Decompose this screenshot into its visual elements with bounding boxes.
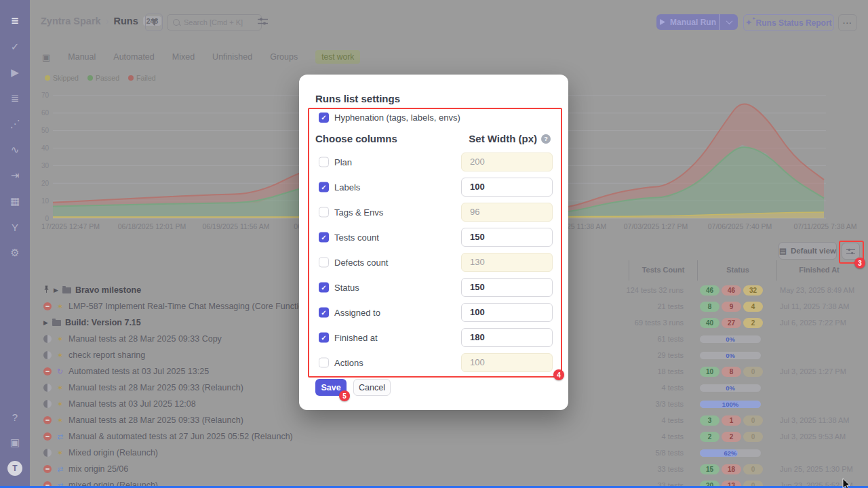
defects-count-width-input[interactable] [461, 253, 553, 272]
steps-icon[interactable]: ⋰ [0, 111, 30, 137]
status-cell: 310 [700, 412, 763, 428]
runs-status-report-button[interactable]: ✦+ Runs Status Report [743, 14, 834, 31]
chevron-right-icon[interactable]: ▶ [43, 319, 48, 326]
table-row[interactable]: ✶Manual tests at 28 Mar 2025 09:33 (Rela… [0, 412, 868, 428]
run-name[interactable]: Manual tests at 28 Mar 2025 09:33 (Relau… [68, 415, 243, 425]
defects-count-checkbox[interactable] [319, 257, 329, 267]
avatar-icon[interactable]: T [0, 455, 30, 481]
plan-checkbox[interactable] [319, 157, 329, 167]
active-tag-chip[interactable]: test work [315, 50, 360, 64]
header-status[interactable]: Status [726, 266, 749, 274]
chevron-right-icon[interactable]: ▶ [54, 287, 58, 293]
hyphenation-row[interactable]: ✓ Hyphenation (tags, labels, envs) [319, 113, 460, 123]
branch-icon[interactable]: Y [0, 214, 30, 240]
tab-automated[interactable]: Automated [113, 52, 154, 62]
search-settings-button[interactable] [258, 16, 268, 28]
finished-at-width-input[interactable] [461, 328, 553, 347]
tests-check-icon[interactable]: ✓ [0, 34, 30, 60]
run-name[interactable]: LMP-587 Implement Real-Time Chat Messagi… [68, 302, 313, 311]
run-name[interactable]: mix origin 25/06 [68, 464, 128, 474]
tests-count-cell: 69 tests 3 runs [635, 314, 684, 331]
tab-groups[interactable]: Groups [270, 52, 298, 62]
passed-badge: 2 [700, 432, 719, 442]
folder-name[interactable]: Build: Version 7.15 [65, 318, 141, 327]
tab-unfinished[interactable]: Unfinished [212, 52, 252, 62]
table-row[interactable]: ⇄Manual & automated tests at 27 Jun 2025… [0, 428, 868, 445]
settings-gear-icon[interactable]: ⚙ [0, 240, 30, 266]
run-name[interactable]: Automated tests at 03 Jul 2025 13:25 [68, 367, 209, 376]
run-name[interactable]: check report sharing [68, 350, 145, 360]
tests-count-width-input[interactable] [461, 228, 553, 247]
select-runs-icon[interactable]: ▣ [42, 52, 50, 62]
finished-at-cell: Jul 3, 2025 1:27 PM [780, 363, 846, 380]
plans-list-icon[interactable]: ≣ [0, 85, 30, 111]
plan-width-input[interactable] [461, 152, 553, 171]
status-checkbox[interactable]: ✓ [319, 282, 329, 292]
labels-width-input[interactable] [461, 178, 553, 197]
runs-play-icon[interactable]: ▶ [0, 60, 30, 85]
tags-envs-checkbox[interactable] [319, 207, 329, 217]
cancel-button[interactable]: Cancel [353, 379, 391, 396]
table-row[interactable]: ✶Mixed origin (Relaunch)5/8 tests62% [0, 445, 868, 461]
actions-width-input[interactable] [461, 353, 553, 372]
set-width-label: Set Width (px) [469, 133, 537, 144]
run-name[interactable]: Manual tests at 28 Mar 2025 09:33 Copy [68, 334, 222, 344]
hyphenation-checkbox[interactable]: ✓ [319, 113, 329, 123]
tests-count-checkbox[interactable]: ✓ [319, 232, 329, 242]
column-label: Plan [334, 157, 352, 167]
header-tests-count[interactable]: Tests Count [642, 266, 685, 274]
run-name[interactable]: Mixed origin (Relaunch) [68, 448, 158, 458]
column-setting-row-tests-count: ✓Tests count [299, 224, 568, 249]
manual-run-button[interactable]: Manual Run [656, 14, 738, 30]
table-row[interactable]: ⇄mix origin 25/0633 tests15180Jun 25, 20… [0, 461, 868, 477]
default-view-button[interactable]: ▤ Default view [778, 242, 837, 260]
skipped-badge: 0 [743, 415, 763, 426]
status-cell: 0% [700, 380, 761, 396]
mixed-run-icon: ⇄ [56, 465, 64, 474]
labels-checkbox[interactable]: ✓ [319, 182, 329, 192]
choose-columns-header: Choose columns [315, 133, 397, 144]
tab-mixed[interactable]: Mixed [172, 52, 195, 62]
assigned-to-width-input[interactable] [461, 303, 553, 322]
mouse-cursor [842, 479, 852, 488]
run-name[interactable]: Manual & automated tests at 27 Jun 2025 … [68, 432, 293, 441]
menu-icon[interactable]: ≡ [0, 8, 30, 34]
progress-percent: 0% [700, 352, 761, 359]
folder-icon [62, 287, 71, 293]
passed-badge: 40 [700, 318, 719, 328]
run-name[interactable]: Manual tests at 28 Mar 2025 09:33 (Relau… [68, 383, 243, 392]
help-icon[interactable]: ? [0, 404, 30, 430]
manual-run-icon: ✶ [56, 351, 64, 360]
more-actions-button[interactable]: ··· [838, 14, 857, 31]
tab-manual[interactable]: Manual [68, 52, 96, 62]
svg-text:30: 30 [41, 162, 50, 169]
manual-run-dropdown[interactable] [719, 14, 738, 30]
folder-name[interactable]: Bravo milestone [75, 285, 141, 295]
avatar[interactable]: T [7, 461, 22, 476]
docs-folder-icon[interactable]: ▣ [0, 430, 30, 455]
header-finished-at[interactable]: Finished At [799, 266, 839, 274]
runs-status-report-label: Runs Status Report [756, 18, 832, 28]
sliders-icon [846, 247, 855, 256]
progress-bar: 62% [700, 449, 761, 457]
actions-checkbox[interactable] [319, 357, 329, 367]
analytics-chart-icon[interactable]: ▦ [0, 188, 30, 214]
play-icon [660, 19, 665, 25]
search-input[interactable]: Search [Cmd + K] [167, 14, 262, 30]
status-cell: 894 [700, 298, 763, 314]
run-name[interactable]: Manual tests at 03 Jul 2025 12:08 [68, 399, 196, 409]
table-settings-button[interactable] [842, 243, 860, 260]
finished-at-checkbox[interactable]: ✓ [319, 332, 329, 342]
help-icon[interactable]: ? [541, 134, 551, 144]
filter-funnel-button[interactable] [145, 14, 163, 31]
import-icon[interactable]: ⇥ [0, 163, 30, 188]
pulse-icon[interactable]: ∿ [0, 137, 30, 163]
assigned-to-checkbox[interactable]: ✓ [319, 307, 329, 317]
tags-envs-width-input[interactable] [461, 203, 553, 222]
run-name-cell: ✶LMP-587 Implement Real-Time Chat Messag… [43, 298, 313, 314]
breadcrumb-project[interactable]: Zyntra Spark [41, 16, 101, 26]
status-width-input[interactable] [461, 278, 553, 297]
failed-badge: 9 [722, 302, 741, 312]
column-divider [776, 260, 777, 281]
skipped-badge: 4 [743, 302, 763, 312]
